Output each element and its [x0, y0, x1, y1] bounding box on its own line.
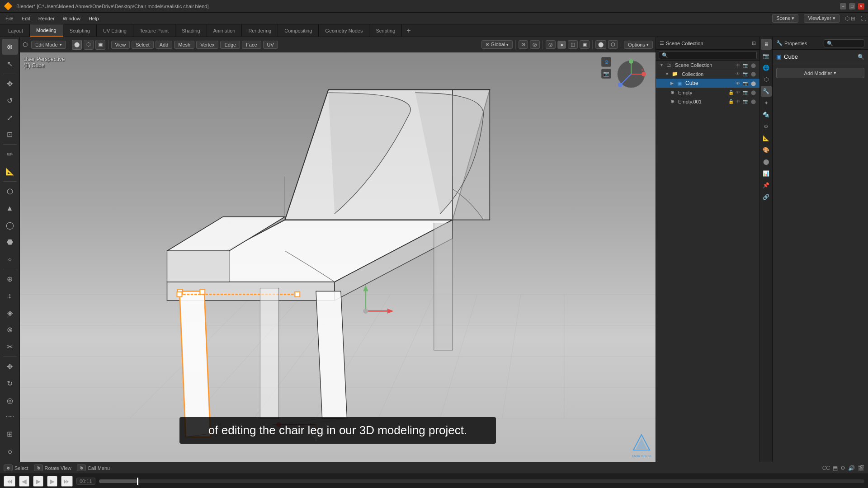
view-layer-icon[interactable]: 🔗: [761, 192, 772, 202]
material-icon[interactable]: 🎨: [761, 145, 772, 155]
add-modifier-btn[interactable]: Add Modifier: [776, 68, 864, 78]
menu-file[interactable]: File: [2, 15, 17, 22]
cc-icon[interactable]: CC: [822, 465, 830, 471]
add-sphere-tool[interactable]: ⬣: [2, 234, 18, 250]
menu-edit[interactable]: Edit: [18, 15, 34, 22]
active-tool-icon[interactable]: 🖥: [761, 39, 772, 50]
filter-icon[interactable]: ⊞: [752, 40, 756, 46]
viewport-canvas[interactable]: User Perspective (1) Cube X: [20, 52, 656, 462]
add-cone-tool[interactable]: ▲: [2, 200, 18, 216]
cube-cam[interactable]: 📷: [743, 81, 748, 86]
viewport[interactable]: ⬡ Edit Mode ⬤ ⬡ ▣ View Select Add Mesh V…: [20, 37, 656, 462]
empty-render[interactable]: ⬤: [751, 90, 756, 95]
select-menu[interactable]: Select: [132, 41, 154, 49]
object-prop-icon[interactable]: ⬡: [761, 74, 772, 85]
add-cylinder-tool[interactable]: ◯: [2, 217, 18, 233]
constraints-icon[interactable]: ⚙: [761, 121, 772, 132]
face-select-icon[interactable]: ▣: [95, 40, 105, 50]
add-cube-tool[interactable]: ⬡: [2, 183, 18, 199]
editor-type-icon[interactable]: ⬡: [23, 41, 28, 48]
annotate-tool[interactable]: ✏: [2, 146, 18, 162]
timeline-end-btn[interactable]: ⏭: [61, 476, 73, 487]
tab-uv-editing[interactable]: UV Editing: [97, 24, 133, 37]
tab-texture-paint[interactable]: Texture Paint: [133, 24, 175, 37]
view-lock-icon[interactable]: ⊙: [601, 57, 611, 67]
menu-help[interactable]: Help: [85, 15, 103, 22]
cube-restrict[interactable]: ⬤: [751, 81, 756, 86]
collection-render[interactable]: ⬤: [751, 71, 756, 76]
overlay-btn[interactable]: ⬤: [595, 40, 606, 49]
timeline-handle[interactable]: [137, 478, 138, 485]
menu-window[interactable]: Window: [59, 15, 84, 22]
edge-menu[interactable]: Edge: [220, 41, 240, 49]
view-menu[interactable]: View: [111, 41, 130, 49]
add-monkey-tool[interactable]: ⬦: [2, 251, 18, 267]
timeline-next-btn[interactable]: ▶: [47, 476, 57, 487]
loop-cut-tool[interactable]: ⊗: [2, 322, 18, 338]
empty001-render[interactable]: ⬤: [751, 99, 756, 104]
smooth-tool[interactable]: ◎: [2, 392, 18, 408]
settings-icon[interactable]: ⚙: [840, 465, 845, 471]
outliner-search-input[interactable]: [659, 51, 757, 59]
tab-modeling[interactable]: Modeling: [30, 24, 63, 37]
tab-scripting[interactable]: Scripting: [369, 24, 402, 37]
add-menu[interactable]: Add: [156, 41, 173, 49]
output-icon[interactable]: 📌: [761, 180, 772, 191]
close-btn[interactable]: ✕: [858, 3, 864, 9]
inset-tool[interactable]: ↕: [2, 288, 18, 304]
view-layer-selector[interactable]: ViewLayer ▾: [804, 14, 839, 23]
transform-pivot[interactable]: ⊙: [2, 444, 18, 460]
sc-render[interactable]: ⬤: [751, 63, 756, 68]
props-search-input[interactable]: [824, 39, 864, 47]
object-data-icon[interactable]: 📐: [761, 133, 772, 144]
props-search-icon[interactable]: 🔍: [858, 54, 864, 60]
material-shading[interactable]: ◫: [568, 40, 578, 49]
maximize-btn[interactable]: □: [849, 3, 855, 9]
options-btn[interactable]: Options: [624, 41, 653, 49]
view-camera-icon[interactable]: 📷: [601, 69, 611, 79]
scene-selector[interactable]: Scene ▾: [772, 14, 798, 23]
empty-eye[interactable]: 👁: [736, 90, 740, 95]
particles-icon[interactable]: ✦: [761, 98, 772, 108]
vertex-select-icon[interactable]: ⬤: [72, 40, 82, 50]
tab-sculpting[interactable]: Sculpting: [63, 24, 97, 37]
cube-eye[interactable]: 👁: [736, 81, 740, 86]
scale-tool[interactable]: ⤢: [2, 109, 18, 125]
timeline-bar[interactable]: [99, 479, 864, 483]
scene-collection-root[interactable]: ▼ 🗂 Scene Collection 👁 📷 ⬤: [656, 61, 760, 70]
scene-prop-icon[interactable]: 📷: [761, 51, 772, 61]
render-icon[interactable]: 📊: [761, 168, 772, 179]
empty001-cam[interactable]: 📷: [743, 99, 748, 104]
proportional-edit[interactable]: ◎: [530, 40, 540, 49]
modifier-prop-icon[interactable]: 🔧: [761, 86, 772, 97]
knife-tool[interactable]: ✂: [2, 338, 18, 354]
uv-menu[interactable]: UV: [263, 41, 278, 49]
sc-eye[interactable]: 👁: [736, 63, 740, 68]
sound-icon[interactable]: 🔊: [848, 465, 855, 471]
xray-btn[interactable]: ⬡: [608, 40, 618, 49]
empty-cam[interactable]: 📷: [743, 90, 748, 95]
shader-nodes-icon[interactable]: ⬤: [761, 156, 772, 167]
cursor-tool[interactable]: ⊕: [2, 39, 18, 55]
monitor-icon[interactable]: ⬒: [833, 465, 838, 471]
tab-geometry-nodes[interactable]: Geometry Nodes: [319, 24, 369, 37]
solid-shading[interactable]: ●: [557, 41, 566, 49]
measure-tool[interactable]: 📐: [2, 164, 18, 179]
empty-item[interactable]: ⊕ Empty 🔒 👁 📷 ⬤: [656, 88, 760, 97]
timeline-start-btn[interactable]: ⏮: [4, 476, 15, 487]
record-icon[interactable]: 🎬: [858, 465, 864, 471]
collection-eye[interactable]: 👁: [736, 71, 740, 76]
snap-toggle[interactable]: ⊙: [519, 40, 528, 49]
grab-tool-bottom[interactable]: ✥: [2, 359, 18, 375]
cube-item[interactable]: ▶ ▣ Cube 👁 📷 ⬤: [656, 79, 760, 88]
tab-compositing[interactable]: Compositing: [278, 24, 319, 37]
tab-add[interactable]: +: [402, 24, 415, 37]
face-menu[interactable]: Face: [242, 41, 261, 49]
minimize-btn[interactable]: −: [840, 3, 846, 9]
tab-shading[interactable]: Shading: [175, 24, 207, 37]
vertex-menu[interactable]: Vertex: [196, 41, 218, 49]
empty001-item[interactable]: ⊕ Empty.001 🔒 👁 📷 ⬤: [656, 97, 760, 106]
extrude-tool[interactable]: ⊕: [2, 271, 18, 287]
fullscreen-icon[interactable]: ⛶: [861, 15, 866, 22]
menu-render[interactable]: Render: [35, 15, 58, 22]
